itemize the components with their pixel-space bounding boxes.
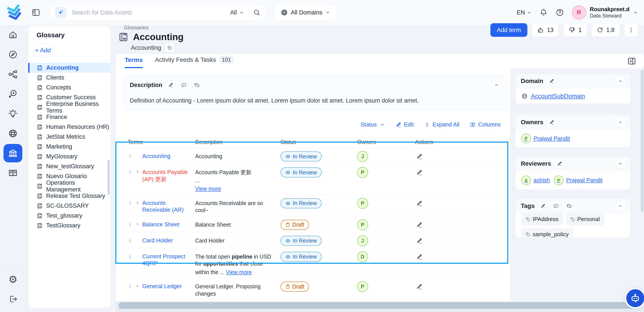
owner-avatar[interactable]: D [357, 251, 368, 262]
add-term-button[interactable]: Add term [490, 23, 528, 37]
drag-handle-icon[interactable] [128, 284, 132, 289]
user-avatar[interactable]: R [572, 5, 586, 20]
collapse-right-panel-icon[interactable] [627, 57, 636, 66]
expand-row-chevron-icon[interactable] [135, 284, 140, 288]
glossary-list-item[interactable]: Human Resources (HR) [28, 122, 110, 132]
edit-table-button[interactable]: Edit [396, 121, 414, 128]
sidebar-item-logout[interactable] [3, 289, 22, 309]
collapse-reviewers-button[interactable] [616, 159, 625, 169]
global-search-bar[interactable]: All [49, 4, 266, 21]
request-description-button[interactable] [179, 80, 189, 90]
tag-chip[interactable]: IPAddress [521, 213, 563, 225]
sidebar-item-home[interactable] [3, 25, 22, 45]
glossary-list-item[interactable]: Finance [28, 112, 110, 122]
sidebar-item-lineage[interactable] [3, 64, 22, 84]
glossary-list-item[interactable]: SC-GLOSSARY [28, 201, 110, 211]
expand-row-chevron-icon[interactable] [135, 201, 140, 205]
glossary-list-item[interactable]: Test_glossary [28, 211, 110, 221]
glossary-list-item[interactable]: Enterprise Business Terms [28, 102, 110, 112]
owner-avatar[interactable]: P [357, 198, 368, 209]
owner-avatar[interactable]: P [357, 281, 368, 292]
drag-handle-icon[interactable] [128, 154, 132, 159]
search-input[interactable] [71, 9, 226, 16]
term-link[interactable]: Accounts Receivable (AR) [142, 200, 193, 213]
edit-row-pencil-icon[interactable] [416, 200, 422, 207]
status-badge[interactable]: In Review [280, 198, 322, 208]
glossary-list-item[interactable]: Clients [28, 73, 110, 83]
horizontal-scrollbar-thumb[interactable] [118, 302, 635, 309]
sidebar-item-settings[interactable]: ⚙ [3, 269, 22, 289]
glossary-list-item[interactable]: New_testGlossary [28, 162, 110, 171]
status-badge[interactable]: In Review [280, 252, 322, 262]
tab-activity-feeds[interactable]: Activity Feeds & Tasks 101 [155, 56, 234, 68]
glossary-scrollbar-thumb[interactable] [108, 160, 110, 195]
ai-chat-fab-button[interactable] [626, 289, 644, 307]
columns-button[interactable]: Columns [470, 121, 501, 128]
edit-row-pencil-icon[interactable] [416, 253, 422, 260]
description-conversations-button[interactable] [192, 80, 202, 90]
owner-avatar[interactable]: J [357, 235, 368, 246]
owner-user-link[interactable]: P Prajwal Pandit [521, 134, 570, 143]
tab-terms[interactable]: Terms [125, 57, 143, 68]
edit-tags-button[interactable] [538, 201, 548, 211]
edit-description-button[interactable] [166, 80, 176, 90]
tag-chip[interactable]: sample_policy [521, 228, 573, 238]
owner-avatar[interactable]: P [357, 167, 368, 178]
collapse-domain-button[interactable] [616, 76, 625, 86]
status-badge[interactable]: In Review [280, 167, 322, 178]
glossary-list-item[interactable]: Release Test Glossary [28, 191, 110, 201]
column-header-description[interactable]: Description [195, 139, 280, 145]
drag-handle-icon[interactable] [128, 222, 132, 227]
column-header-actions[interactable]: Actions [411, 139, 506, 145]
term-link[interactable]: Current Prospect 4QRP [142, 253, 193, 267]
column-header-terms[interactable]: Terms [122, 139, 195, 145]
tags-conversations-button[interactable] [564, 201, 574, 211]
notifications-bell-icon[interactable] [540, 8, 548, 17]
upvote-button[interactable]: 13 [532, 23, 559, 37]
help-icon[interactable] [556, 8, 564, 17]
search-scope-dropdown[interactable]: All [230, 9, 244, 16]
glossary-list-item[interactable]: MyGlossary [28, 152, 110, 162]
status-filter-dropdown[interactable]: Status [360, 121, 385, 128]
sidebar-item-glossary[interactable] [4, 144, 22, 162]
expand-row-chevron-icon[interactable] [135, 222, 140, 226]
owner-avatar[interactable]: J [357, 151, 368, 162]
expand-row-chevron-icon[interactable] [135, 170, 140, 174]
user-menu[interactable]: R Rounakpreet.d Data Steward [572, 5, 638, 20]
column-header-owners[interactable]: Owners [353, 139, 411, 145]
column-header-status[interactable]: Status [280, 139, 353, 145]
edit-row-pencil-icon[interactable] [416, 237, 422, 244]
sidebar-item-observability[interactable] [3, 84, 22, 104]
term-link[interactable]: Card Holder [142, 237, 173, 244]
glossary-list-item[interactable]: Operations Management [28, 181, 110, 191]
collapse-tags-button[interactable] [616, 201, 625, 211]
collapse-owners-button[interactable] [616, 117, 625, 127]
sidebar-item-knowledge-center[interactable] [3, 163, 22, 183]
request-tags-button[interactable] [551, 201, 561, 211]
status-badge[interactable]: Draft [280, 220, 309, 230]
more-options-button[interactable] [624, 23, 638, 37]
edit-row-pencil-icon[interactable] [416, 283, 422, 290]
language-dropdown[interactable]: EN [517, 9, 532, 16]
drag-handle-icon[interactable] [128, 254, 132, 259]
glossary-list-item[interactable]: Concepts [28, 83, 110, 92]
edit-domain-button[interactable] [547, 76, 556, 86]
status-badge[interactable]: Draft [280, 281, 309, 292]
add-glossary-button[interactable]: + Add [34, 44, 52, 57]
edit-row-pencil-icon[interactable] [416, 222, 422, 228]
reviewer-user-link[interactable]: A ashish [521, 176, 550, 185]
owner-avatar[interactable]: P [357, 219, 368, 230]
expand-all-button[interactable]: Expand All [424, 121, 460, 128]
status-badge[interactable]: In Review [280, 236, 322, 246]
sidebar-toggle-icon[interactable] [32, 8, 40, 17]
glossary-list-item[interactable]: TestGlossary [28, 221, 110, 230]
term-link[interactable]: Accounting [142, 153, 170, 160]
drag-handle-icon[interactable] [128, 170, 132, 175]
downvote-button[interactable]: 1 [563, 23, 587, 37]
breadcrumb[interactable]: Glossaries [124, 25, 148, 31]
all-domains-button[interactable]: All Domains [274, 4, 336, 21]
search-icon[interactable] [253, 9, 260, 16]
domain-link[interactable]: AccountSubDomain [521, 93, 585, 100]
sidebar-item-domains[interactable] [3, 124, 22, 143]
edit-row-pencil-icon[interactable] [416, 153, 422, 160]
